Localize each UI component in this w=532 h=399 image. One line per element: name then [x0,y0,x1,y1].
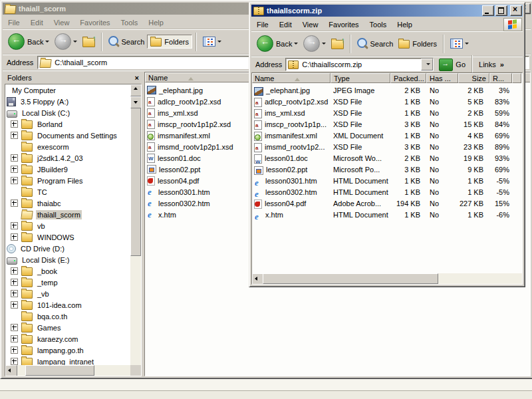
views-button[interactable] [448,37,471,50]
file-row[interactable]: lesson01.docMicrosoft Wo...2 KBNo19 KB93… [252,153,522,164]
tree-item[interactable]: _vb [5,288,130,299]
tree-item[interactable]: TC [5,186,130,198]
tree-hscrollbar[interactable] [5,365,130,376]
expand-icon[interactable] [11,324,18,331]
column-header-ratio[interactable]: R... [489,73,512,83]
column-header-packed-size[interactable]: Packed... [390,73,426,83]
tree-item[interactable]: _book [5,265,130,277]
close-button[interactable] [510,5,522,16]
expand-icon[interactable] [11,335,18,342]
menu-item-help[interactable]: Help [392,19,418,30]
tree-item[interactable]: karaezy.com [5,333,130,344]
menu-item-tools[interactable]: Tools [364,19,392,30]
expand-icon[interactable] [11,346,18,354]
back-button[interactable]: Back [5,32,52,51]
expand-icon[interactable] [11,132,18,139]
menu-item-favorites[interactable]: Favorites [323,19,364,30]
tree-item[interactable]: vb [5,220,130,231]
expand-icon[interactable] [11,301,18,309]
tree-item[interactable]: thaiall_scorm [5,209,130,220]
back-dropdown-icon[interactable] [294,43,298,45]
views-dropdown-icon[interactable] [217,41,221,43]
tree-item[interactable]: JBuilder9 [5,164,130,175]
file-row[interactable]: adlcp_rootv1p2.xsdXSD File1 KBNo5 KB83% [252,96,522,108]
menu-item-view[interactable]: View [49,17,75,28]
menu-item-file[interactable]: File [251,19,274,30]
go-button[interactable]: Go [436,57,468,72]
forward-dropdown-icon[interactable] [73,41,77,43]
expand-icon[interactable] [11,200,18,207]
column-header-has-password[interactable]: Has ... [426,73,458,83]
file-row[interactable]: ims_xml.xsdXSD File1 KBNo2 KB59% [252,108,522,119]
tree-item[interactable]: Local Disk (E:) [5,254,130,265]
tree-item[interactable]: lampang.go.th [5,344,130,356]
folders-button[interactable]: Folders [396,37,440,50]
expand-icon[interactable] [11,279,18,286]
maximize-button[interactable] [495,5,507,16]
back-dropdown-icon[interactable] [45,41,49,43]
tree-item[interactable]: Documents and Settings [5,130,130,141]
tree-item[interactable]: Games [5,322,130,333]
column-header-type[interactable]: Type [331,73,390,83]
column-header-date-partial[interactable] [512,73,521,83]
tree-item[interactable]: CD Drive (D:) [5,243,130,254]
tree-item[interactable]: 101-idea.com [5,299,130,311]
titlebar-active[interactable]: thaiallscorm.zip [251,5,523,17]
column-header-size[interactable]: Size [458,73,489,83]
scroll-down-icon[interactable] [130,96,142,108]
tree-item[interactable]: lampang_intranet [5,356,130,365]
search-button[interactable]: Search [354,38,396,49]
address-dropdown-button[interactable] [421,59,433,70]
expand-icon[interactable] [11,222,18,229]
tree-item[interactable]: 3.5 Floppy (A:) [5,96,130,107]
file-row[interactable]: imscp_rootv1p1p...XSD File3 KBNo15 KB84% [252,119,522,130]
hscroll-thumb[interactable] [263,273,438,284]
tree-item[interactable]: Program Files [5,175,130,186]
tree-item[interactable]: j2sdk1.4.2_03 [5,152,130,164]
expand-icon[interactable] [11,154,18,162]
expand-icon[interactable] [11,233,18,241]
search-button[interactable]: Search [106,36,147,47]
views-button[interactable] [200,35,224,48]
tree-item[interactable]: WINDOWS [5,231,130,243]
expand-icon[interactable] [11,120,18,128]
file-row[interactable]: lesson0301.htmHTML Document1 KBNo1 KB-5% [252,176,522,187]
scroll-up-icon[interactable] [130,84,142,96]
column-header-name[interactable]: Name [252,73,331,83]
menu-item-edit[interactable]: Edit [274,19,297,30]
expand-icon[interactable] [11,290,18,297]
close-pane-icon[interactable]: × [135,74,139,82]
links-button[interactable]: Links » [476,59,507,70]
forward-button[interactable] [52,32,80,51]
file-row[interactable]: lesson0302.htmHTML Document1 KBNo1 KB-5% [252,187,522,198]
expand-icon[interactable] [11,177,18,184]
menu-item-edit[interactable]: Edit [25,17,49,28]
tree-item[interactable]: exescorm [5,141,130,152]
menu-item-help[interactable]: Help [143,17,169,28]
file-row[interactable]: imsmd_rootv1p2...XSD File3 KBNo23 KB89% [252,142,522,153]
scroll-left-icon[interactable] [5,365,17,376]
file-row[interactable]: lesson04.pdfAdobe Acrob...194 KBNo227 KB… [252,198,522,209]
up-button[interactable] [329,37,346,51]
menu-item-favorites[interactable]: Favorites [74,17,115,28]
forward-button[interactable] [301,34,329,53]
folders-button[interactable]: Folders [147,35,192,49]
vscroll-thumb[interactable] [130,96,141,256]
tree-item[interactable]: _temp [5,277,130,288]
tree-vscrollbar[interactable] [130,84,141,365]
up-button[interactable] [80,35,98,49]
expand-icon[interactable] [11,267,18,275]
hscroll-thumb[interactable] [25,365,94,376]
menu-item-tools[interactable]: Tools [116,17,144,28]
list-hscrollbar[interactable] [252,273,522,284]
tree-item[interactable]: Borland [5,118,130,130]
back-button[interactable]: Back [254,34,301,53]
file-row[interactable]: x.htmHTML Document1 KBNo1 KB-6% [252,209,522,221]
tree-item[interactable]: Local Disk (C:) [5,107,130,118]
tree-item[interactable]: thaiabc [5,198,130,209]
column-header-name[interactable]: Name [145,72,258,82]
tree-item[interactable]: bqa.co.th [5,311,130,322]
menu-item-view[interactable]: View [297,19,324,30]
views-dropdown-icon[interactable] [465,43,469,45]
minimize-button[interactable] [482,5,494,16]
